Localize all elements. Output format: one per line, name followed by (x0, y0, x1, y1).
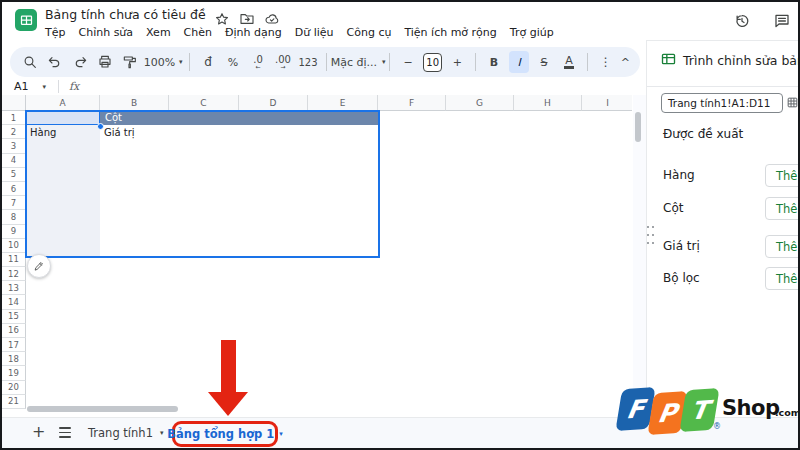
pivot-header-row[interactable]: Cột (100, 111, 378, 125)
add-button[interactable]: Thêm (765, 235, 800, 258)
name-box[interactable]: A1 (14, 80, 29, 93)
column-header[interactable]: C (169, 95, 239, 111)
number-format-button[interactable]: 123 (298, 51, 318, 73)
row-header[interactable]: 19 (2, 366, 26, 380)
column-header[interactable]: D (239, 95, 308, 111)
divider (389, 53, 390, 71)
add-sheet-button[interactable]: + (32, 422, 45, 441)
star-icon[interactable] (214, 11, 230, 27)
decrease-decimal-button[interactable]: .0← (248, 51, 268, 73)
move-folder-icon[interactable] (239, 11, 255, 27)
vertical-scrollbar[interactable] (635, 112, 641, 142)
comment-icon[interactable] (773, 12, 791, 30)
menu-item[interactable]: Tiện ích mở rộng (404, 26, 496, 39)
grid-select-icon[interactable] (786, 96, 799, 109)
decrease-font-size-button[interactable]: − (398, 51, 418, 73)
paint-format-icon[interactable] (120, 51, 140, 73)
menu-item[interactable]: Xem (146, 26, 171, 39)
add-button[interactable]: Thêm (765, 164, 800, 187)
pivot-row-header-area (26, 125, 100, 257)
font-dropdown[interactable]: Mặc đị...▾ (335, 51, 382, 73)
row-header[interactable]: 6 (2, 182, 26, 196)
row-headers: 123456789101112131415161718192021 (2, 111, 26, 409)
row-header[interactable]: 9 (2, 225, 26, 239)
suggested-label[interactable]: Được đề xuất (663, 127, 743, 141)
row-header[interactable]: 14 (2, 295, 26, 309)
text-color-button[interactable]: A (559, 51, 579, 73)
cloud-status-icon[interactable] (264, 11, 280, 27)
cell-b2[interactable]: Giá trị (104, 126, 135, 140)
row-header[interactable]: 2 (2, 125, 26, 139)
italic-button[interactable]: I (509, 51, 529, 73)
row-header[interactable]: 1 (2, 111, 26, 125)
column-header[interactable]: H (514, 95, 582, 111)
column-header[interactable]: B (100, 95, 169, 111)
menu-item[interactable]: Chèn (184, 26, 212, 39)
row-header[interactable]: 12 (2, 267, 26, 281)
strikethrough-button[interactable]: S (534, 51, 554, 73)
increase-decimal-button[interactable]: .00→ (273, 51, 293, 73)
menu-item[interactable]: Tệp (45, 26, 65, 39)
column-header[interactable]: E (308, 95, 378, 111)
row-header[interactable]: 13 (2, 281, 26, 295)
redo-icon[interactable] (70, 51, 90, 73)
fill-handle[interactable] (97, 123, 104, 130)
column-header[interactable]: G (446, 95, 514, 111)
zoom-dropdown[interactable]: 100%▾ (145, 51, 181, 73)
add-button[interactable]: Thêm (765, 197, 800, 220)
font-size-input[interactable]: 10 (423, 53, 442, 72)
column-header[interactable]: F (378, 95, 446, 111)
menu-item[interactable]: Chỉnh sửa (78, 26, 133, 39)
panel-drag-handle-icon[interactable] (647, 226, 654, 245)
row-header[interactable]: 5 (2, 168, 26, 182)
row-header[interactable]: 18 (2, 352, 26, 366)
row-header[interactable]: 15 (2, 310, 26, 324)
chevron-down-icon[interactable]: ▾ (43, 83, 47, 91)
sheet-tab-bang-tong-hop-1[interactable]: Bảng tổng hợp 1 (167, 427, 274, 441)
column-header[interactable]: A (26, 95, 100, 111)
currency-format-button[interactable]: đ (198, 51, 218, 73)
annotation-highlight-box: Bảng tổng hợp 1 ▾ (172, 421, 278, 447)
all-sheets-icon[interactable] (59, 427, 71, 438)
print-icon[interactable] (95, 51, 115, 73)
document-title[interactable]: Bảng tính chưa có tiêu đề (45, 7, 206, 22)
undo-icon[interactable] (45, 51, 65, 73)
menu-item[interactable]: Dữ liệu (295, 26, 334, 39)
pivot-section-label: Hàng (663, 168, 695, 182)
menu-item[interactable]: Định dạng (225, 26, 282, 39)
active-cell-a1[interactable] (26, 111, 100, 125)
more-options-icon[interactable]: ⋮ (596, 51, 616, 73)
column-header[interactable]: I (582, 95, 632, 111)
divider (587, 53, 588, 71)
sheets-logo-icon[interactable] (15, 9, 37, 31)
cell-a2[interactable]: Hàng (30, 126, 56, 140)
menu-item[interactable]: Công cụ (347, 26, 392, 39)
fpt-shop-text: Shop (722, 396, 780, 420)
pivot-range-input[interactable]: Trang tính1!A1:D11 (661, 93, 783, 113)
row-header[interactable]: 7 (2, 196, 26, 210)
sheet-tab-trang-tinh1[interactable]: Trang tính1 ▾ (88, 418, 163, 448)
horizontal-scrollbar[interactable] (27, 406, 178, 412)
row-header[interactable]: 20 (2, 381, 26, 395)
menu-item[interactable]: Trợ giúp (510, 26, 554, 39)
search-icon[interactable] (20, 51, 40, 73)
row-header[interactable]: 10 (2, 239, 26, 253)
divider (475, 53, 476, 71)
edit-pivot-button[interactable] (27, 254, 51, 278)
row-header[interactable]: 17 (2, 338, 26, 352)
bold-button[interactable]: B (484, 51, 504, 73)
row-header[interactable]: 4 (2, 154, 26, 168)
spreadsheet-grid[interactable]: ABCDEFGHI 123456789101112131415161718192… (2, 95, 632, 417)
add-button[interactable]: Thêm (765, 267, 800, 290)
row-header[interactable]: 8 (2, 210, 26, 224)
row-header[interactable]: 3 (2, 139, 26, 153)
top-bar: Bảng tính chưa có tiêu đề TệpChỉnh sửaXe… (2, 2, 798, 44)
row-header[interactable]: 21 (2, 395, 26, 409)
row-header[interactable]: 11 (2, 253, 26, 267)
percent-format-button[interactable]: % (223, 51, 243, 73)
increase-font-size-button[interactable]: + (447, 51, 467, 73)
select-all-corner[interactable] (2, 95, 26, 111)
version-history-icon[interactable] (733, 12, 751, 30)
row-header[interactable]: 16 (2, 324, 26, 338)
collapse-toolbar-icon[interactable]: ^ (621, 56, 630, 69)
